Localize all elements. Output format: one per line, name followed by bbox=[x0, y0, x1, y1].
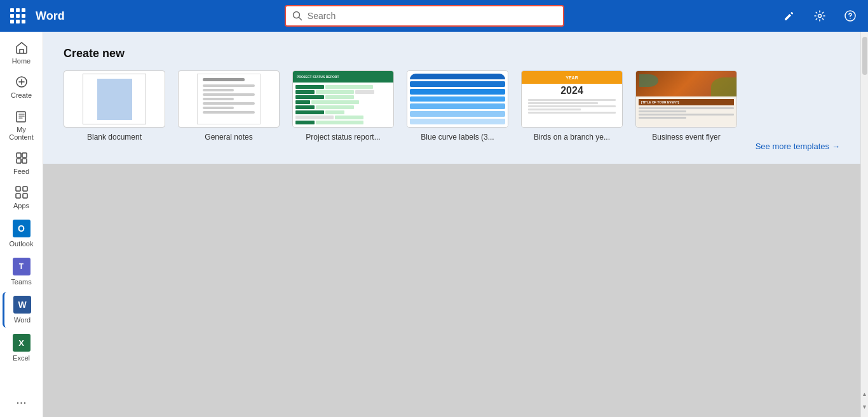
home-icon bbox=[15, 41, 29, 55]
template-label-blue: Blue curve labels (3... bbox=[421, 133, 494, 142]
template-birds[interactable]: YEAR 2024 Birds on a branch ye... bbox=[521, 70, 623, 142]
template-thumb-blank bbox=[64, 70, 165, 128]
svg-point-2 bbox=[818, 15, 822, 18]
excel-icon: X bbox=[13, 334, 31, 352]
svg-rect-9 bbox=[17, 153, 21, 157]
template-label-project: Project status report... bbox=[306, 133, 380, 142]
svg-rect-15 bbox=[16, 194, 20, 198]
birds-visual: YEAR 2024 bbox=[522, 71, 622, 127]
create-new-section: Create new Blank document bbox=[43, 32, 860, 164]
topbar-right-icons bbox=[779, 6, 860, 26]
create-label: Create bbox=[11, 91, 32, 99]
svg-rect-10 bbox=[22, 153, 27, 157]
template-business-event[interactable]: [TITLE OF YOUR EVENT] Business event fly… bbox=[635, 70, 737, 142]
scrollbar-track: ▲ ▼ bbox=[860, 32, 868, 417]
help-icon[interactable] bbox=[840, 6, 860, 26]
sidebar-item-word[interactable]: W Word bbox=[3, 292, 41, 328]
template-thumb-project: PROJECT STATUS REPORT bbox=[292, 70, 394, 128]
scrollbar-up-button[interactable]: ▲ bbox=[861, 389, 868, 399]
svg-point-4 bbox=[850, 18, 851, 19]
template-blue-curve[interactable]: Blue curve labels (3... bbox=[407, 70, 508, 142]
sidebar-item-mycontent[interactable]: My Content bbox=[3, 105, 41, 145]
bef-visual: [TITLE OF YOUR EVENT] bbox=[636, 71, 736, 127]
project-visual: PROJECT STATUS REPORT bbox=[293, 71, 393, 127]
apps-label: Apps bbox=[13, 202, 29, 209]
scrollbar-down-button[interactable]: ▼ bbox=[861, 402, 868, 412]
notes-visual bbox=[197, 74, 261, 124]
blank-doc-visual bbox=[83, 74, 146, 124]
template-thumb-birds: YEAR 2024 bbox=[521, 70, 623, 128]
word-icon: W bbox=[13, 296, 31, 314]
svg-rect-13 bbox=[16, 187, 20, 191]
template-label-bef: Business event flyer bbox=[652, 133, 720, 142]
sidebar-item-outlook[interactable]: O Outlook bbox=[3, 216, 41, 251]
blue-labels-visual bbox=[407, 71, 508, 127]
recent-area bbox=[43, 164, 860, 417]
teams-icon: T bbox=[13, 258, 31, 275]
sidebar-item-apps[interactable]: Apps bbox=[3, 182, 41, 213]
sidebar: Home Create My Content bbox=[0, 32, 43, 417]
see-more-row: See more templates → bbox=[64, 142, 840, 154]
sidebar-item-home[interactable]: Home bbox=[3, 37, 41, 69]
template-project-status[interactable]: PROJECT STATUS REPORT bbox=[292, 70, 394, 142]
search-container bbox=[78, 5, 771, 27]
search-input[interactable] bbox=[308, 11, 557, 21]
svg-rect-8 bbox=[17, 112, 25, 122]
svg-line-1 bbox=[299, 18, 301, 20]
svg-rect-16 bbox=[23, 194, 27, 198]
grid-icon[interactable] bbox=[8, 6, 28, 26]
outlook-label: Outlook bbox=[10, 240, 34, 248]
template-label-birds: Birds on a branch ye... bbox=[534, 133, 610, 142]
template-thumb-notes bbox=[178, 70, 280, 128]
create-new-title: Create new bbox=[64, 47, 840, 60]
templates-row: Blank document bbox=[64, 70, 840, 142]
see-more-templates-link[interactable]: See more templates → bbox=[756, 142, 840, 151]
feedback-icon[interactable] bbox=[779, 6, 799, 26]
feed-label: Feed bbox=[13, 168, 29, 175]
excel-label: Excel bbox=[13, 354, 30, 362]
mycontent-label: My Content bbox=[5, 126, 38, 141]
sidebar-item-teams[interactable]: T Teams bbox=[3, 254, 41, 289]
feed-icon bbox=[15, 151, 29, 165]
app-name-label: Word bbox=[36, 10, 65, 23]
word-label: Word bbox=[14, 316, 31, 324]
apps-icon bbox=[15, 185, 29, 199]
sidebar-item-feed[interactable]: Feed bbox=[3, 147, 41, 179]
scrollbar-thumb[interactable] bbox=[862, 37, 867, 75]
search-icon bbox=[292, 11, 302, 21]
topbar: Word bbox=[0, 0, 868, 32]
main-wrapper: Home Create My Content bbox=[0, 32, 868, 417]
sidebar-item-create[interactable]: Create bbox=[3, 71, 41, 103]
home-label: Home bbox=[12, 57, 31, 65]
template-blank[interactable]: Blank document bbox=[64, 70, 165, 142]
template-thumb-blue bbox=[407, 70, 508, 128]
svg-rect-12 bbox=[22, 159, 27, 163]
sidebar-item-excel[interactable]: X Excel bbox=[3, 330, 41, 366]
sidebar-more-button[interactable]: ... bbox=[16, 392, 27, 407]
create-icon bbox=[15, 75, 29, 89]
settings-icon[interactable] bbox=[810, 6, 830, 26]
content-area: Create new Blank document bbox=[43, 32, 860, 417]
search-box bbox=[285, 5, 564, 27]
svg-rect-14 bbox=[23, 187, 27, 191]
outlook-icon: O bbox=[13, 220, 31, 237]
template-label-notes: General notes bbox=[205, 133, 252, 142]
mycontent-icon bbox=[15, 109, 29, 123]
template-thumb-bef: [TITLE OF YOUR EVENT] bbox=[635, 70, 737, 128]
template-notes[interactable]: General notes bbox=[178, 70, 280, 142]
svg-rect-11 bbox=[17, 159, 21, 163]
template-label-blank: Blank document bbox=[87, 133, 142, 142]
teams-label: Teams bbox=[11, 278, 31, 286]
